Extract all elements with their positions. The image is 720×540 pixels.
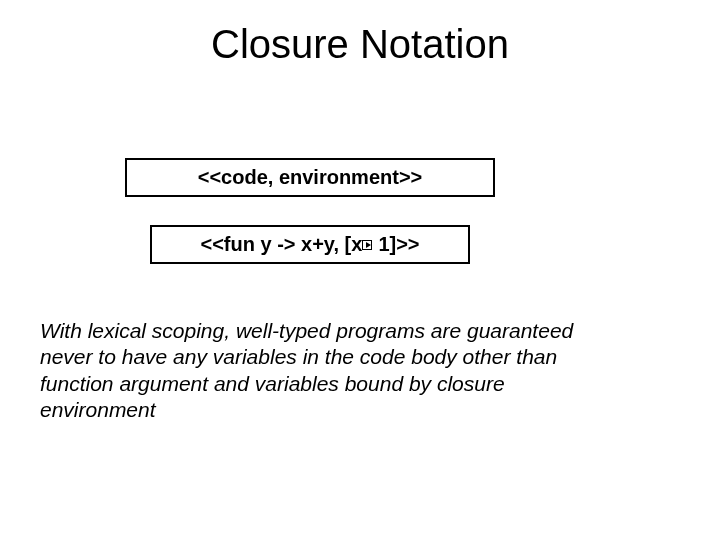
slide: Closure Notation <<code, environment>> <… bbox=[0, 0, 720, 540]
notation-box-example: <<fun y -> x+y, [x1]>> bbox=[150, 225, 470, 264]
example-suffix: 1]>> bbox=[378, 233, 419, 255]
slide-title: Closure Notation bbox=[0, 22, 720, 67]
notation-box-generic: <<code, environment>> bbox=[125, 158, 495, 197]
maps-to-icon bbox=[362, 238, 378, 252]
example-prefix: <<fun y -> x+y, [x bbox=[200, 233, 362, 255]
body-paragraph: With lexical scoping, well-typed program… bbox=[40, 318, 600, 423]
